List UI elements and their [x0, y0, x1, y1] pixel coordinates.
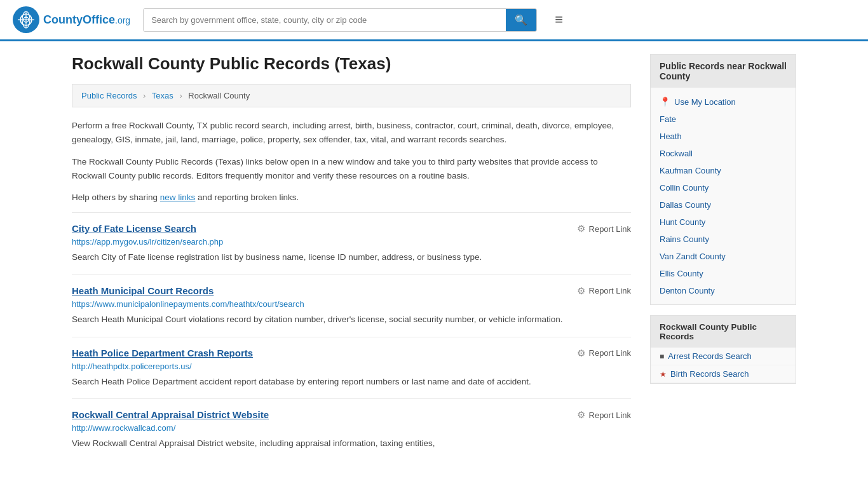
nearby-link-3[interactable]: Kaufman County — [651, 162, 796, 179]
report-label-0: Report Link — [589, 224, 631, 234]
report-icon-3: ⚙ — [577, 409, 585, 421]
record-entry: City of Fate License Search ⚙ Report Lin… — [72, 212, 631, 274]
nearby-link-9[interactable]: Ellis County — [651, 265, 796, 282]
search-bar: 🔍 — [143, 8, 537, 32]
report-label-3: Report Link — [589, 410, 631, 420]
records-list: City of Fate License Search ⚙ Report Lin… — [72, 212, 631, 460]
nearby-link-8[interactable]: Van Zandt County — [651, 248, 796, 265]
breadcrumb-public-records[interactable]: Public Records — [81, 91, 137, 100]
location-icon: 📍 — [660, 97, 670, 107]
record-desc-3: View Rockwall Central Appraisal District… — [72, 437, 631, 451]
record-desc-0: Search City of Fate license registration… — [72, 250, 631, 264]
report-link-2[interactable]: ⚙ Report Link — [577, 348, 631, 359]
site-header: CountyOffice.org 🔍 ≡ — [0, 0, 868, 41]
intro-paragraph-3: Help others by sharing new links and rep… — [72, 191, 631, 205]
sidebar: Public Records near Rockwall County 📍 Us… — [650, 54, 796, 461]
breadcrumb-current: Rockwall County — [188, 91, 250, 100]
menu-button[interactable]: ≡ — [550, 9, 568, 30]
record-desc-2: Search Heath Police Department accident … — [72, 375, 631, 389]
breadcrumb-texas[interactable]: Texas — [152, 91, 173, 100]
record-entry: Rockwall Central Appraisal District Webs… — [72, 398, 631, 461]
record-url-1[interactable]: https://www.municipalonlinepayments.com/… — [72, 299, 631, 309]
report-icon-2: ⚙ — [577, 348, 585, 359]
record-title-2[interactable]: Heath Police Department Crash Reports — [72, 348, 253, 358]
main-container: Rockwall County Public Records (Texas) P… — [53, 41, 815, 473]
report-label-2: Report Link — [589, 348, 631, 358]
nearby-link-1[interactable]: Heath — [651, 128, 796, 145]
logo-text: CountyOffice.org — [43, 13, 130, 27]
report-link-0[interactable]: ⚙ Report Link — [577, 223, 631, 234]
nearby-links: 📍 Use My Location FateHeathRockwallKaufm… — [651, 88, 796, 304]
logo[interactable]: CountyOffice.org — [13, 6, 130, 33]
record-link-0[interactable]: ■Arrest Records Search — [651, 348, 796, 365]
record-link-icon-0: ■ — [660, 352, 664, 361]
record-link-icon-1: ★ — [660, 370, 667, 379]
report-link-3[interactable]: ⚙ Report Link — [577, 409, 631, 421]
report-link-1[interactable]: ⚙ Report Link — [577, 285, 631, 297]
nearby-link-7[interactable]: Rains County — [651, 231, 796, 248]
record-title-1[interactable]: Heath Municipal Court Records — [72, 285, 214, 296]
nearby-link-4[interactable]: Collin County — [651, 179, 796, 196]
logo-icon — [13, 6, 39, 33]
nearby-link-10[interactable]: Denton County — [651, 282, 796, 299]
record-url-0[interactable]: https://app.mygov.us/lr/citizen/search.p… — [72, 237, 631, 247]
nearby-link-0[interactable]: Fate — [651, 111, 796, 128]
record-title-0[interactable]: City of Fate License Search — [72, 223, 196, 234]
public-records-section: Rockwall County Public Records ■Arrest R… — [650, 315, 796, 384]
record-link-label-0: Arrest Records Search — [668, 351, 752, 361]
record-url-2[interactable]: http://heathpdtx.policereports.us/ — [72, 362, 631, 371]
record-title-3[interactable]: Rockwall Central Appraisal District Webs… — [72, 409, 269, 420]
report-label-1: Report Link — [589, 286, 631, 295]
new-links-link[interactable]: new links — [160, 193, 196, 202]
search-input[interactable] — [144, 9, 506, 31]
breadcrumb: Public Records › Texas › Rockwall County — [72, 84, 631, 107]
intro-paragraph-2: The Rockwall County Public Records (Texa… — [72, 155, 631, 184]
page-title: Rockwall County Public Records (Texas) — [72, 54, 631, 74]
nearby-section: Public Records near Rockwall County 📍 Us… — [650, 54, 796, 305]
record-url-3[interactable]: http://www.rockwallcad.com/ — [72, 423, 631, 433]
report-icon-1: ⚙ — [577, 285, 585, 297]
record-link-1[interactable]: ★Birth Records Search — [651, 365, 796, 383]
public-records-title: Rockwall County Public Records — [651, 316, 796, 348]
record-entry: Heath Police Department Crash Reports ⚙ … — [72, 337, 631, 399]
record-link-label-1: Birth Records Search — [670, 369, 749, 379]
intro-paragraph-1: Perform a free Rockwall County, TX publi… — [72, 119, 631, 147]
use-my-location[interactable]: 📍 Use My Location — [651, 93, 796, 111]
nearby-link-6[interactable]: Hunt County — [651, 214, 796, 231]
record-entry: Heath Municipal Court Records ⚙ Report L… — [72, 274, 631, 337]
nearby-title: Public Records near Rockwall County — [651, 55, 796, 88]
record-desc-1: Search Heath Municipal Court violations … — [72, 313, 631, 327]
content-area: Rockwall County Public Records (Texas) P… — [72, 54, 631, 461]
nearby-link-5[interactable]: Dallas County — [651, 196, 796, 214]
search-button[interactable]: 🔍 — [506, 9, 536, 31]
nearby-link-2[interactable]: Rockwall — [651, 145, 796, 162]
report-icon-0: ⚙ — [577, 223, 585, 234]
